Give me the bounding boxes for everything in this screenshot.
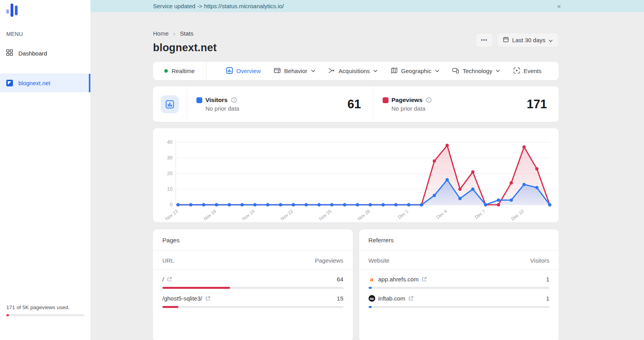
breadcrumb-separator-icon: › (173, 30, 175, 37)
chevron-down-icon (435, 70, 439, 72)
svg-text:30: 30 (167, 155, 173, 161)
referrer-visitors-value: 1 (546, 276, 549, 283)
info-icon[interactable] (231, 97, 237, 103)
sidebar-item-label: blognext.net (18, 80, 50, 86)
svg-text:40: 40 (167, 140, 173, 145)
visitors-swatch (196, 97, 202, 103)
table-row: /ghost5-sqlite3/ 15 (153, 289, 353, 308)
referrer-visitors-value: 1 (546, 295, 549, 302)
sidebar: MENU Dashboard blognext.net 171 of 5K pa… (0, 0, 90, 340)
banner-message: Service updated -> https://status.microa… (153, 0, 284, 12)
table-row: / 64 (153, 270, 353, 289)
chevron-down-icon (311, 70, 315, 72)
page-bar-track (162, 306, 344, 308)
visitors-stat: Visitors No prior data 61 (187, 86, 373, 122)
acquisitions-branch-icon (328, 67, 335, 75)
inftab-favicon-icon: ∞ (369, 295, 375, 302)
svg-text:Dec 1: Dec 1 (397, 209, 409, 220)
notification-banner: Service updated -> https://status.microa… (90, 0, 644, 12)
tab-acquisitions[interactable]: Acquisitions (328, 67, 378, 75)
sidebar-item-label: Dashboard (18, 50, 47, 57)
svg-text:Dec 4: Dec 4 (435, 209, 448, 220)
visitors-label: Visitors (205, 97, 228, 104)
svg-text:10: 10 (167, 186, 173, 192)
svg-text:Dec 7: Dec 7 (474, 209, 486, 220)
stats-icon-cell (153, 86, 187, 122)
pages-title: Pages (153, 229, 353, 251)
referrer-link[interactable]: app.ahrefs.com (378, 276, 419, 283)
sidebar-item-blognext[interactable]: blognext.net (0, 74, 90, 92)
referrer-bar-fill (369, 306, 372, 308)
tabs-bar: Realtime Overview Behavior Acquisit (153, 62, 559, 80)
chevron-down-icon (496, 70, 500, 72)
svg-text:Dec 10: Dec 10 (511, 209, 525, 220)
page-url-link[interactable]: / (162, 276, 164, 283)
realtime-dot-icon (164, 69, 168, 73)
chevron-down-icon (549, 37, 553, 43)
referrer-link[interactable]: inftab.com (378, 295, 405, 302)
visitors-note: No prior data (205, 105, 239, 112)
more-options-button[interactable]: ••• (475, 33, 493, 47)
blognext-favicon-icon (6, 80, 13, 86)
events-scan-icon (513, 67, 520, 75)
sidebar-item-dashboard[interactable]: Dashboard (0, 45, 90, 61)
toolbar: ••• Last 30 days (475, 33, 559, 47)
pages-card: Pages URL Pageviews / 64 /ghost5-sqlite3… (153, 229, 353, 340)
svg-text:Nov 28: Nov 28 (357, 209, 371, 220)
tab-realtime[interactable]: Realtime (153, 62, 207, 80)
breadcrumb-home[interactable]: Home (153, 30, 169, 37)
app-logo-icon[interactable] (6, 3, 20, 20)
info-icon[interactable] (426, 97, 432, 103)
breadcrumb-current: Stats (180, 30, 193, 37)
usage-progress-track (6, 314, 85, 316)
external-link-icon (408, 296, 414, 301)
referrers-col-website: Website (369, 257, 390, 264)
table-row: a app.ahrefs.com 1 (359, 270, 559, 289)
svg-text:0: 0 (170, 202, 173, 208)
tab-technology[interactable]: Technology (452, 67, 500, 75)
tab-geographic[interactable]: Geographic (391, 67, 439, 75)
svg-text:Nov 19: Nov 19 (241, 209, 255, 220)
dashboard-grid-icon (6, 49, 13, 57)
usage-progress-fill (6, 314, 9, 316)
external-link-icon (205, 296, 210, 301)
pageviews-value: 171 (527, 97, 547, 111)
detail-tables: Pages URL Pageviews / 64 /ghost5-sqlite3… (153, 229, 559, 340)
date-range-label: Last 30 days (512, 37, 545, 43)
pages-col-url: URL (162, 257, 174, 264)
external-link-icon (167, 277, 172, 282)
svg-text:Nov 13: Nov 13 (164, 209, 178, 220)
traffic-line-chart[interactable]: 010203040Nov 13Nov 16Nov 19Nov 22Nov 25N… (158, 134, 555, 222)
svg-text:Nov 16: Nov 16 (203, 209, 217, 220)
pageviews-stat: Pageviews No prior data 171 (373, 86, 559, 122)
geographic-map-icon (391, 67, 398, 75)
svg-text:Nov 22: Nov 22 (280, 209, 294, 220)
technology-devices-icon (452, 67, 459, 75)
main-content: Home › Stats blognext.net ••• Last 30 da… (153, 12, 559, 340)
banner-close-icon[interactable]: × (557, 2, 561, 10)
pageviews-swatch (383, 97, 389, 103)
stats-summary-card: Visitors No prior data 61 Pageviews No p… (153, 86, 559, 122)
date-range-button[interactable]: Last 30 days (497, 33, 559, 47)
tab-behavior[interactable]: Behavior (274, 67, 315, 75)
behavior-window-icon (274, 67, 281, 75)
tab-events[interactable]: Events (513, 67, 541, 75)
calendar-icon (503, 36, 509, 44)
tab-overview[interactable]: Overview (226, 67, 261, 75)
pages-col-pageviews: Pageviews (315, 257, 344, 264)
referrers-card: Referrers Website Visitors a app.ahrefs.… (359, 229, 559, 340)
chevron-down-icon (373, 70, 378, 72)
svg-text:20: 20 (167, 171, 173, 176)
page-url-link[interactable]: /ghost5-sqlite3/ (162, 295, 202, 302)
traffic-chart-card: 010203040Nov 13Nov 16Nov 19Nov 22Nov 25N… (153, 128, 559, 222)
svg-text:Nov 25: Nov 25 (318, 209, 332, 220)
pageviews-note: No prior data (392, 105, 432, 112)
page-pageviews-value: 15 (337, 295, 344, 302)
page-pageviews-value: 64 (337, 276, 344, 283)
page-bar-fill (162, 306, 178, 308)
sidebar-menu-label: MENU (6, 31, 23, 37)
referrer-bar-track (369, 306, 550, 308)
usage-meter: 171 of 5K pageviews used. (6, 304, 85, 316)
referrers-title: Referrers (359, 229, 559, 251)
table-row: ∞ inftab.com 1 (359, 289, 559, 308)
